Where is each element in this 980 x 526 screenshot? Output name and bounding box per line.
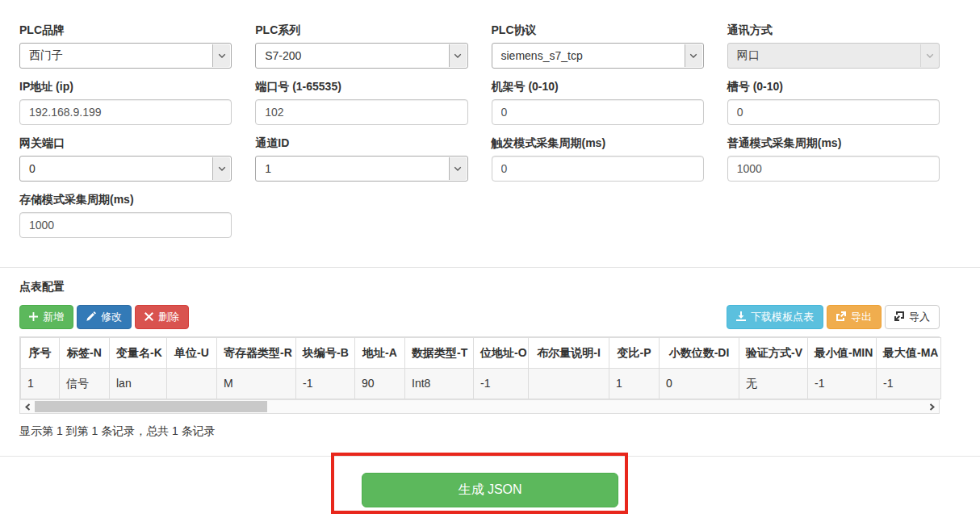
plc-series-select[interactable]: S7-200 xyxy=(255,43,467,69)
gateway-port-value: 0 xyxy=(29,162,36,175)
col-header-decimals: 小数位数-DI xyxy=(660,338,739,369)
cell-tag: 信号 xyxy=(60,369,110,399)
col-header-register-type: 寄存器类型-R xyxy=(217,338,296,369)
point-table-title: 点表配置 xyxy=(19,280,940,294)
record-status: 显示第 1 到第 1 条记录，总共 1 条记录 xyxy=(19,424,940,439)
table-row[interactable]: 1 信号 lan M -1 90 Int8 -1 1 0 无 -1 -1 xyxy=(21,369,941,399)
trigger-period-input[interactable] xyxy=(492,156,704,182)
x-icon xyxy=(144,311,153,324)
comm-mode-value: 网口 xyxy=(737,48,760,63)
col-header-bool-desc: 布尔量说明-I xyxy=(529,338,609,369)
cell-varname: lan xyxy=(110,369,167,399)
col-header-max: 最大值-MA xyxy=(877,338,941,369)
trigger-period-label: 触发模式采集周期(ms) xyxy=(492,136,704,150)
import-button[interactable]: 导入 xyxy=(885,305,940,329)
cell-data-type: Int8 xyxy=(405,369,474,399)
pencil-icon xyxy=(86,311,96,324)
cell-unit xyxy=(167,369,217,399)
storage-period-label: 存储模式采集周期(ms) xyxy=(19,193,232,207)
table-header-row: 序号 标签-N 变量名-K 单位-U 寄存器类型-R 块编号-B 地址-A 数据… xyxy=(21,338,941,369)
chevron-left-icon[interactable] xyxy=(20,400,35,413)
cell-bit-address: -1 xyxy=(474,369,529,399)
comm-mode-select: 网口 xyxy=(727,43,940,69)
ip-address-input[interactable] xyxy=(19,99,232,125)
col-header-varname: 变量名-K xyxy=(110,338,167,369)
port-input[interactable] xyxy=(255,99,467,125)
col-header-address: 地址-A xyxy=(355,338,405,369)
edit-button-label: 修改 xyxy=(101,310,122,324)
cell-index: 1 xyxy=(21,369,60,399)
field-port: 端口号 (1-65535) xyxy=(255,80,467,125)
channel-id-value: 1 xyxy=(265,162,271,175)
col-header-min: 最小值-MIN xyxy=(808,338,877,369)
plc-protocol-value: siemens_s7_tcp xyxy=(501,49,583,62)
plc-brand-value: 西门子 xyxy=(29,48,63,63)
channel-id-label: 通道ID xyxy=(255,136,467,150)
field-gateway-port: 网关端口 0 xyxy=(19,136,232,182)
cell-max: -1 xyxy=(877,369,941,399)
normal-period-label: 普通模式采集周期(ms) xyxy=(727,136,940,150)
point-table: 序号 标签-N 变量名-K 单位-U 寄存器类型-R 块编号-B 地址-A 数据… xyxy=(19,336,940,414)
field-ip-address: IP地址 (ip) xyxy=(19,80,232,125)
chevron-down-icon xyxy=(449,157,467,180)
chevron-down-icon xyxy=(212,44,230,67)
plc-config-form: PLC品牌 西门子 PLC系列 S7-200 PLC协议 siemens_s7_… xyxy=(19,0,940,249)
plc-series-label: PLC系列 xyxy=(255,23,467,37)
export-icon xyxy=(836,311,846,324)
import-icon xyxy=(894,311,904,324)
cell-register-type: M xyxy=(217,369,296,399)
rack-label: 机架号 (0-10) xyxy=(492,80,704,94)
point-table-toolbar: 新增 修改 删除 下载模板点表 xyxy=(19,305,940,329)
field-channel-id: 通道ID 1 xyxy=(255,136,467,182)
section-divider xyxy=(0,267,980,268)
col-header-tag: 标签-N xyxy=(60,338,110,369)
cell-min: -1 xyxy=(808,369,877,399)
bottom-divider xyxy=(0,456,980,457)
add-button-label: 新增 xyxy=(43,310,64,324)
port-label: 端口号 (1-65535) xyxy=(255,80,467,94)
comm-mode-label: 通讯方式 xyxy=(727,23,940,37)
field-normal-period: 普通模式采集周期(ms) xyxy=(727,136,940,182)
cell-ratio: 1 xyxy=(609,369,660,399)
delete-button[interactable]: 删除 xyxy=(135,305,189,329)
horizontal-scrollbar[interactable] xyxy=(20,399,939,413)
chevron-down-icon xyxy=(212,157,230,180)
plc-protocol-select[interactable]: siemens_s7_tcp xyxy=(492,43,704,69)
import-button-label: 导入 xyxy=(909,310,930,324)
col-header-validation: 验证方式-V xyxy=(739,338,808,369)
slot-label: 槽号 (0-10) xyxy=(727,80,940,94)
channel-id-select[interactable]: 1 xyxy=(255,156,467,182)
edit-button[interactable]: 修改 xyxy=(77,305,132,329)
col-header-ratio: 变比-P xyxy=(609,338,660,369)
gateway-port-label: 网关端口 xyxy=(19,136,232,150)
gateway-port-select[interactable]: 0 xyxy=(19,156,232,182)
chevron-down-icon xyxy=(449,44,467,67)
export-button[interactable]: 导出 xyxy=(827,305,882,329)
add-button[interactable]: 新增 xyxy=(19,305,73,329)
download-template-button[interactable]: 下载模板点表 xyxy=(727,305,823,329)
download-icon xyxy=(736,311,746,324)
col-header-block-no: 块编号-B xyxy=(296,338,355,369)
field-trigger-period: 触发模式采集周期(ms) xyxy=(492,136,704,182)
rack-input[interactable] xyxy=(492,99,704,125)
scrollbar-track[interactable] xyxy=(35,400,924,413)
slot-input[interactable] xyxy=(727,99,940,125)
storage-period-input[interactable] xyxy=(19,212,232,238)
col-header-unit: 单位-U xyxy=(167,338,217,369)
col-header-index: 序号 xyxy=(21,338,60,369)
col-header-bit-address: 位地址-O xyxy=(474,338,529,369)
chevron-down-icon xyxy=(920,44,938,67)
normal-period-input[interactable] xyxy=(727,156,940,182)
plc-brand-select[interactable]: 西门子 xyxy=(19,43,232,69)
chevron-right-icon[interactable] xyxy=(924,400,939,413)
cell-decimals: 0 xyxy=(660,369,739,399)
plus-icon xyxy=(29,311,38,324)
generate-json-button[interactable]: 生成 JSON xyxy=(362,473,618,507)
cell-validation: 无 xyxy=(739,369,808,399)
generate-section: 生成 JSON xyxy=(0,456,980,507)
scrollbar-thumb[interactable] xyxy=(35,401,267,412)
field-plc-series: PLC系列 S7-200 xyxy=(255,23,467,69)
plc-protocol-label: PLC协议 xyxy=(492,23,704,37)
field-slot: 槽号 (0-10) xyxy=(727,80,940,125)
plc-brand-label: PLC品牌 xyxy=(19,23,232,37)
